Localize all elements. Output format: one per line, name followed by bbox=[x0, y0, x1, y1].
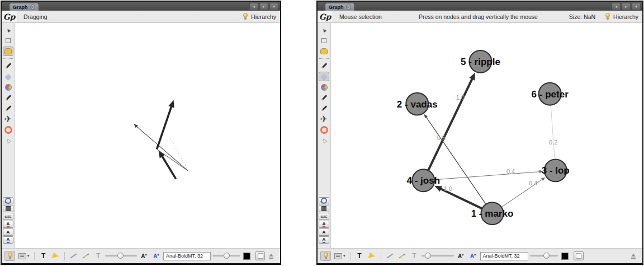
pencil-2-tool[interactable] bbox=[319, 93, 329, 102]
background-square-button[interactable] bbox=[3, 205, 13, 212]
edge-weight-button[interactable] bbox=[385, 251, 395, 261]
rectangle-selection-tool[interactable] bbox=[319, 36, 329, 45]
size-label-button[interactable]: SIZE bbox=[319, 213, 329, 220]
screenshot-button[interactable] bbox=[572, 251, 585, 261]
heatmap-target-tool[interactable] bbox=[319, 125, 329, 134]
edge-pencil-tool[interactable] bbox=[319, 104, 329, 113]
shortest-path-plane-tool[interactable]: ✈ bbox=[319, 114, 329, 124]
color-brush-tool[interactable] bbox=[319, 82, 329, 92]
node-pencil-tool[interactable] bbox=[3, 61, 13, 71]
app-logo: Gp bbox=[318, 11, 333, 22]
label-brush-button[interactable] bbox=[367, 251, 377, 261]
edge-scale-slider-knob[interactable] bbox=[425, 253, 431, 259]
collapse-eject-icon[interactable] bbox=[268, 254, 274, 259]
edge-weight-button[interactable] bbox=[68, 251, 79, 261]
zoom-loupe-button[interactable] bbox=[319, 197, 329, 204]
label-size-slider-knob[interactable] bbox=[224, 253, 230, 259]
collapse-eject-icon[interactable] bbox=[631, 254, 636, 259]
graph-canvas-right[interactable]: 1.00.51.00.40.40.21 - marko2 - vadas3 - … bbox=[331, 23, 642, 248]
scroll-left-icon[interactable]: ◂ bbox=[612, 3, 621, 10]
edge-scale-slider[interactable] bbox=[105, 252, 137, 260]
sizer-diamond-tool[interactable]: ◆ bbox=[3, 72, 13, 81]
edge-font-color-button[interactable]: A▾ bbox=[468, 251, 479, 261]
edit-cursor-tool[interactable]: △ bbox=[319, 136, 329, 145]
edit-cursor-icon: △ bbox=[5, 137, 12, 144]
edge-color-button[interactable] bbox=[80, 251, 91, 261]
size-label-button[interactable]: SIZE bbox=[3, 213, 13, 220]
label-size-slider[interactable] bbox=[530, 252, 558, 260]
node-font-color-button[interactable]: A▾ bbox=[456, 251, 466, 261]
background-square-button[interactable] bbox=[319, 205, 329, 212]
background-color-button[interactable] bbox=[560, 251, 570, 261]
label-size-slider[interactable] bbox=[212, 252, 240, 260]
show-labels-icon: T bbox=[41, 252, 45, 260]
zoom-loupe-button[interactable] bbox=[3, 197, 13, 204]
heatmap-target-tool[interactable] bbox=[3, 125, 13, 134]
drag-hand-tool[interactable] bbox=[319, 46, 329, 56]
edge-display-dropdown[interactable]: ▾ bbox=[17, 251, 31, 261]
sizer-diamond-tool[interactable]: ◆ bbox=[319, 72, 329, 81]
edit-cursor-tool[interactable]: △ bbox=[3, 136, 13, 145]
label-color-a-red-button[interactable]: A bbox=[3, 221, 13, 228]
edge-font-color-button[interactable]: A▾ bbox=[151, 251, 162, 261]
background-light-toggle[interactable] bbox=[4, 251, 15, 261]
tab-graph[interactable]: Graph × bbox=[9, 3, 39, 11]
edge-pencil-tool[interactable] bbox=[3, 104, 13, 113]
show-node-labels-button[interactable]: T bbox=[354, 251, 365, 261]
show-edge-labels-button[interactable]: T bbox=[93, 251, 103, 261]
scroll-left-icon[interactable]: ◂ bbox=[249, 3, 258, 10]
scroll-right-icon[interactable]: ▸ bbox=[259, 3, 268, 10]
graph-canvas-left[interactable] bbox=[15, 23, 280, 248]
select-arrow-tool[interactable]: ▲ bbox=[319, 25, 329, 35]
label-color-a-blue-button[interactable]: A bbox=[3, 236, 13, 244]
drag-edge bbox=[157, 149, 188, 171]
drag-hand-tool[interactable] bbox=[3, 46, 13, 56]
scroll-right-icon[interactable]: ▸ bbox=[622, 3, 631, 10]
hierarchy-control[interactable]: Size: NaN Hierarchy bbox=[569, 13, 642, 20]
shortest-path-plane-tool[interactable]: ✈ bbox=[3, 114, 13, 124]
edge-color-line-icon bbox=[399, 253, 406, 259]
bottom-toolbar: ▾TTA▾A▾Arial-BoldMT, 32 bbox=[318, 248, 642, 263]
node-pencil-tool[interactable] bbox=[319, 61, 329, 71]
select-arrow-tool[interactable]: ▲ bbox=[3, 25, 13, 35]
pencil-2-tool[interactable] bbox=[3, 93, 13, 102]
node-font-color-button[interactable]: A▾ bbox=[139, 251, 149, 261]
tab-list-icon[interactable]: ▾ bbox=[632, 3, 641, 10]
color-brush-tool[interactable] bbox=[3, 82, 13, 92]
screenshot-button[interactable] bbox=[254, 251, 267, 261]
label-color-a-red-icon: A bbox=[323, 222, 326, 227]
edge-color-button[interactable] bbox=[397, 251, 408, 261]
hierarchy-control[interactable]: Hierarchy bbox=[243, 13, 280, 20]
tool-column: ▲◆✈△SIZEAAA bbox=[318, 23, 331, 248]
show-node-labels-button[interactable]: T bbox=[38, 251, 49, 261]
label-color-a-plain-button[interactable]: A bbox=[319, 228, 329, 236]
label-size-slider-knob[interactable] bbox=[543, 253, 550, 259]
yellow-brush-icon bbox=[52, 252, 60, 260]
edge-scale-slider[interactable] bbox=[422, 252, 454, 260]
edge-scale-slider-knob[interactable] bbox=[117, 253, 124, 259]
label-brush-button[interactable] bbox=[50, 251, 61, 261]
label-color-a-blue-icon: A bbox=[323, 237, 326, 243]
font-selector-field[interactable]: Arial-BoldMT, 32 bbox=[480, 252, 528, 260]
tab-list-icon[interactable]: ▾ bbox=[269, 3, 278, 10]
label-color-a-blue-button[interactable]: A bbox=[319, 236, 329, 244]
rectangle-selection-tool[interactable] bbox=[3, 36, 13, 45]
tab-close-icon[interactable]: × bbox=[30, 4, 35, 10]
edge-display-dropdown[interactable]: ▾ bbox=[333, 251, 347, 261]
label-color-a-plain-button[interactable]: A bbox=[3, 228, 13, 236]
shortest-path-plane-icon: ✈ bbox=[320, 115, 328, 124]
background-light-toggle[interactable] bbox=[320, 251, 331, 261]
edge-weight-label: 1.0 bbox=[456, 94, 465, 101]
tab-close-icon[interactable]: × bbox=[346, 4, 351, 10]
status-text: Mouse selection bbox=[339, 13, 382, 20]
node-pencil-icon bbox=[5, 63, 11, 69]
node-label-vadas: 2 - vadas bbox=[397, 99, 438, 110]
node-label-lop: 3 - lop bbox=[542, 165, 570, 176]
tab-graph[interactable]: Graph × bbox=[325, 3, 355, 11]
background-color-button[interactable] bbox=[242, 251, 252, 261]
tool-separator bbox=[3, 58, 13, 59]
tab-bar: Graph × ◂ ▸ ▾ bbox=[318, 2, 642, 11]
show-edge-labels-button[interactable]: T bbox=[409, 251, 420, 261]
label-color-a-red-button[interactable]: A bbox=[319, 221, 329, 228]
font-selector-field[interactable]: Arial-BoldMT, 32 bbox=[163, 252, 211, 260]
